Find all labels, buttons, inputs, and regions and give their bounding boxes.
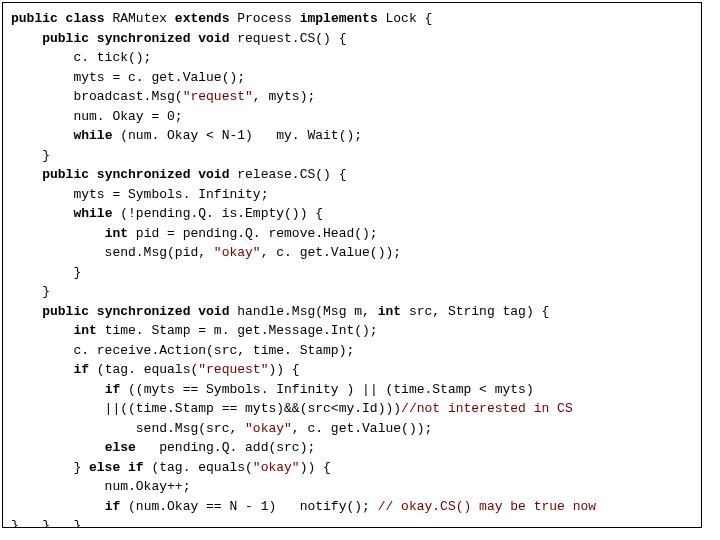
line: public synchronized void release.CS() { [11, 167, 346, 182]
line: if (tag. equals("request")) { [11, 362, 300, 377]
line: while (!pending.Q. is.Empty()) { [11, 206, 323, 221]
line: send.Msg(pid, "okay", c. get.Value()); [11, 245, 401, 260]
string: "okay" [214, 245, 261, 260]
keyword: public synchronized void [42, 304, 229, 319]
keyword: implements [300, 11, 378, 26]
keyword: int [378, 304, 401, 319]
keyword: if [105, 499, 121, 514]
string: "okay" [253, 460, 300, 475]
keyword: int [105, 226, 128, 241]
line: num. Okay = 0; [11, 109, 183, 124]
line: int time. Stamp = m. get.Message.Int(); [11, 323, 378, 338]
string: "okay" [245, 421, 292, 436]
line: myts = Symbols. Infinity; [11, 187, 268, 202]
keyword: else if [89, 460, 144, 475]
keyword: int [73, 323, 96, 338]
line: num.Okay++; [11, 479, 190, 494]
keyword: while [73, 206, 112, 221]
line: int pid = pending.Q. remove.Head(); [11, 226, 378, 241]
line: } [11, 284, 50, 299]
line: public class RAMutex extends Process imp… [11, 11, 432, 26]
line: if (num.Okay == N - 1) notify(); // okay… [11, 499, 596, 514]
line: else pending.Q. add(src); [11, 440, 315, 455]
line: } else if (tag. equals("okay")) { [11, 460, 331, 475]
keyword: extends [175, 11, 230, 26]
line: public synchronized void request.CS() { [11, 31, 346, 46]
code-block: public class RAMutex extends Process imp… [2, 2, 702, 528]
keyword: else [105, 440, 136, 455]
line: c. tick(); [11, 50, 151, 65]
string: "request" [183, 89, 253, 104]
keyword: public synchronized void [42, 31, 229, 46]
line: send.Msg(src, "okay", c. get.Value()); [11, 421, 432, 436]
line: myts = c. get.Value(); [11, 70, 245, 85]
line: while (num. Okay < N-1) my. Wait(); [11, 128, 362, 143]
comment: //not interested in CS [401, 401, 573, 416]
line: ||((time.Stamp == myts)&&(src<my.Id)))//… [11, 401, 573, 416]
line: } } } [11, 518, 81, 528]
line: } [11, 148, 50, 163]
keyword: if [105, 382, 121, 397]
keyword: while [73, 128, 112, 143]
keyword: public synchronized void [42, 167, 229, 182]
line: broadcast.Msg("request", myts); [11, 89, 315, 104]
line: public synchronized void handle.Msg(Msg … [11, 304, 549, 319]
line: if ((myts == Symbols. Infinity ) || (tim… [11, 382, 534, 397]
keyword: if [73, 362, 89, 377]
string: "request" [198, 362, 268, 377]
line: c. receive.Action(src, time. Stamp); [11, 343, 354, 358]
keyword: public class [11, 11, 105, 26]
comment: // okay.CS() may be true now [378, 499, 596, 514]
line: } [11, 265, 81, 280]
